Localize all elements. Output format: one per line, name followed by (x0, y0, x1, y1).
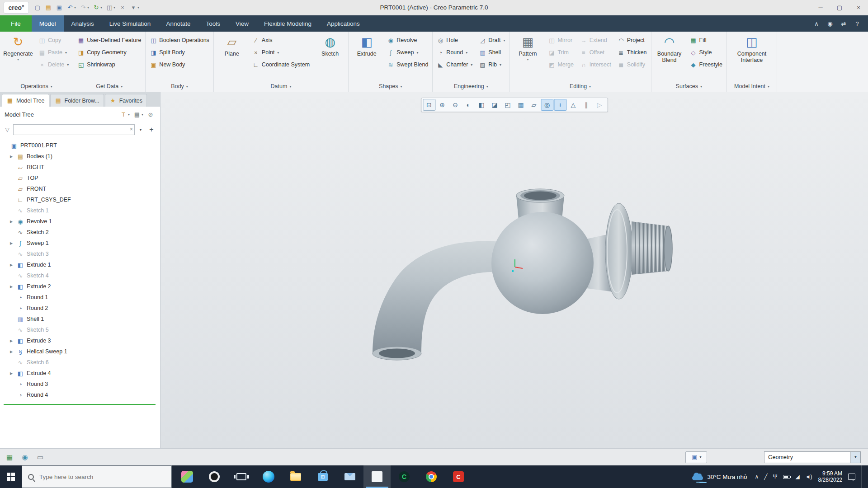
round-button[interactable]: ◔Round▾ (434, 47, 475, 58)
expand-arrow-icon[interactable]: ▶ (10, 371, 17, 375)
tab-view[interactable]: View (228, 15, 256, 32)
save-button[interactable]: ▣ (54, 2, 64, 14)
tab-analysis[interactable]: Analysis (64, 15, 102, 32)
start-button[interactable] (0, 465, 22, 488)
panel-tab-model-tree[interactable]: ▦Model Tree (2, 94, 49, 107)
annotation-filter-button[interactable]: ▣▾ (685, 451, 707, 463)
tree-item-sketch-5[interactable]: ∿Sketch 5 (0, 324, 160, 335)
swept-blend-button[interactable]: ≋Swept Blend (384, 59, 431, 70)
web-browser-toggle-button[interactable]: ◉ (19, 451, 31, 463)
close-window-button[interactable]: × (118, 2, 127, 14)
collapse-ribbon-button[interactable]: ∧ (811, 18, 822, 29)
tree-item-round-2[interactable]: ◔Round 2 (0, 303, 160, 314)
clear-filter-button[interactable]: × (130, 127, 133, 132)
tree-item-extrude-4[interactable]: ▶◧Extrude 4 (0, 368, 160, 379)
pen-icon[interactable]: ╱ (764, 474, 767, 479)
expand-arrow-icon[interactable]: ▶ (10, 155, 17, 159)
draft-button[interactable]: ◿Draft▾ (476, 34, 508, 46)
graphics-area[interactable]: ⊡⊕⊖◐◧◪◰▦▱◎+△∥▷ (160, 92, 868, 448)
coordinate-system-button[interactable]: ∟Coordinate System (250, 59, 312, 70)
tab-file[interactable]: File (0, 15, 32, 32)
tree-item-sweep-1[interactable]: ▶∫Sweep 1 (0, 238, 160, 249)
merge-button[interactable]: ◩Merge (545, 59, 576, 70)
expand-arrow-icon[interactable]: ▶ (10, 285, 17, 289)
taskbar-search[interactable] (22, 465, 172, 488)
regenerate-small-button[interactable]: ↻▾ (91, 2, 104, 14)
group-label-surfaces[interactable]: Surfaces▾ (653, 81, 725, 92)
help-button[interactable]: ? (852, 18, 863, 29)
tree-unlink-button[interactable]: ⊘ (146, 109, 156, 119)
tree-item-prt-csys-def[interactable]: ∟PRT_CSYS_DEF (0, 194, 160, 205)
axis-button[interactable]: ∕Axis (250, 34, 312, 46)
user-defined-feature-button[interactable]: ▦User-Defined Feature (75, 34, 144, 46)
tree-item-helical-sweep-1[interactable]: ▶§Helical Sweep 1 (0, 346, 160, 357)
close-button[interactable]: × (849, 0, 868, 15)
group-label-body[interactable]: Body▾ (147, 81, 212, 92)
repaint-button[interactable]: ◐ (462, 99, 475, 111)
full-screen-button[interactable]: ▭ (34, 451, 46, 463)
expand-arrow-icon[interactable]: ▶ (10, 350, 17, 354)
extrude-button[interactable]: ◧Extrude (350, 33, 383, 57)
display-style-button[interactable]: ◧ (475, 99, 488, 111)
tree-filter-input[interactable] (13, 124, 135, 135)
tree-item-sketch-1[interactable]: ∿Sketch 1 (0, 205, 160, 216)
tree-item-sketch-2[interactable]: ∿Sketch 2 (0, 227, 160, 238)
copy-geometry-button[interactable]: ◨Copy Geometry (75, 47, 144, 58)
plane-button[interactable]: ▱Plane (215, 33, 249, 57)
taskbar-clock[interactable]: 9:59 AM 8/28/2022 (818, 470, 842, 483)
mail-button[interactable] (336, 465, 363, 488)
expand-arrow-icon[interactable]: ▶ (10, 241, 17, 245)
tree-view-options-button[interactable]: ▤▾ (132, 109, 145, 119)
offset-button[interactable]: ≡Offset (577, 47, 614, 58)
show-desktop-button[interactable] (861, 465, 863, 488)
tree-item-prt0001-prt[interactable]: ▣PRT0001.PRT (0, 140, 160, 151)
model-display-button[interactable]: ◫▾ (104, 2, 117, 14)
tab-tools[interactable]: Tools (198, 15, 228, 32)
group-label-shapes[interactable]: Shapes▾ (350, 81, 431, 92)
solidify-button[interactable]: ◼Solidify (615, 59, 650, 70)
play-button[interactable]: ▷ (593, 99, 606, 111)
thicken-button[interactable]: ≣Thicken (615, 47, 650, 58)
volume-icon[interactable]: ◄) (805, 474, 812, 479)
tab-live-simulation[interactable]: Live Simulation (102, 15, 159, 32)
regenerate-button[interactable]: ↻Regenerate▾ (1, 33, 35, 61)
expand-arrow-icon[interactable]: ▶ (10, 339, 17, 343)
expand-arrow-icon[interactable]: ▶ (10, 220, 17, 224)
shrinkwrap-button[interactable]: ◱Shrinkwrap (75, 59, 144, 70)
extend-button[interactable]: →Extend (577, 34, 614, 46)
tree-item-bodies-1[interactable]: ▶▤Bodies (1) (0, 151, 160, 162)
group-label-engineering[interactable]: Engineering▾ (434, 81, 508, 92)
paste-button[interactable]: ▤Paste▾ (36, 47, 71, 58)
selection-filter-select[interactable]: Geometry ▼ (764, 451, 861, 463)
zoom-in-button[interactable]: ⊕ (436, 99, 448, 111)
refit-button[interactable]: ⊡ (423, 99, 435, 111)
tree-item-extrude-3[interactable]: ▶◧Extrude 3 (0, 335, 160, 346)
tab-applications[interactable]: Applications (319, 15, 368, 32)
tab-model[interactable]: Model (32, 15, 64, 32)
tree-item-round-1[interactable]: ◔Round 1 (0, 292, 160, 303)
microsoft-store-button[interactable] (309, 465, 336, 488)
chamfer-button[interactable]: ◣Chamfer▾ (434, 59, 475, 70)
task-view-button[interactable] (228, 465, 255, 488)
pause-button[interactable]: ∥ (580, 99, 593, 111)
project-button[interactable]: ◠Project (615, 34, 650, 46)
revolve-button[interactable]: ◉Revolve (384, 34, 431, 46)
search-input[interactable] (38, 473, 165, 481)
group-label-editing[interactable]: Editing▾ (511, 81, 649, 92)
delete-button[interactable]: ×Delete▾ (36, 59, 71, 70)
sketch-button[interactable]: ◍Sketch (313, 33, 347, 57)
pinned-photo-button[interactable] (174, 465, 201, 488)
tree-item-round-3[interactable]: ◔Round 3 (0, 379, 160, 389)
undo-button[interactable]: ↶▾ (65, 2, 77, 14)
intersect-button[interactable]: ∩Intersect (577, 59, 614, 70)
tree-item-front[interactable]: ▱FRONT (0, 183, 160, 194)
microphone-icon[interactable]: Ψ (773, 474, 777, 479)
camtasia-button[interactable] (391, 465, 418, 488)
creo-taskbar-button[interactable] (363, 465, 391, 488)
model-tree-toggle-button[interactable]: ▦ (4, 451, 15, 463)
mirror-button[interactable]: ◫Mirror (545, 34, 576, 46)
group-label-model-intent[interactable]: Model Intent▾ (728, 81, 775, 92)
weather-widget[interactable]: 30°C Mưa nhỏ (690, 473, 749, 480)
section-button[interactable]: ◪ (488, 99, 501, 111)
opera-button[interactable] (201, 465, 228, 488)
